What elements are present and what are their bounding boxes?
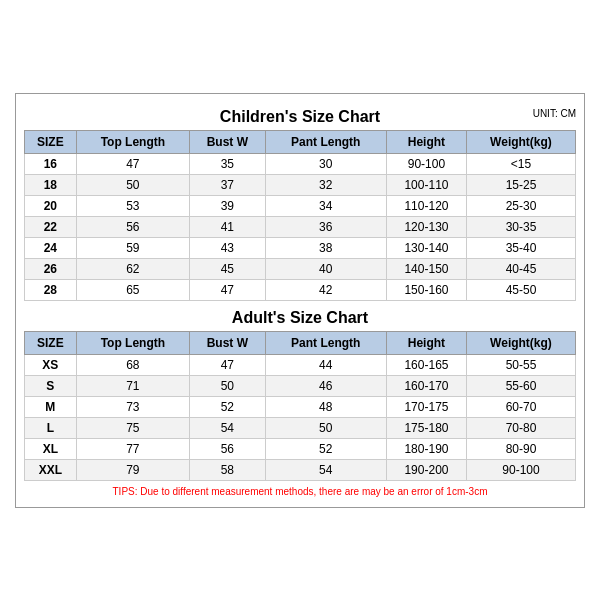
table-cell: S [25, 375, 77, 396]
children-header-cell: SIZE [25, 130, 77, 153]
table-cell: 50 [190, 375, 266, 396]
table-row: S715046160-17055-60 [25, 375, 576, 396]
table-cell: 43 [190, 237, 266, 258]
table-cell: L [25, 417, 77, 438]
table-cell: 170-175 [386, 396, 466, 417]
children-section-title: Children's Size Chart UNIT: CM [24, 102, 576, 130]
table-cell: 28 [25, 279, 77, 300]
adult-header-cell: Weight(kg) [466, 331, 575, 354]
table-cell: XS [25, 354, 77, 375]
table-cell: 80-90 [466, 438, 575, 459]
table-cell: 175-180 [386, 417, 466, 438]
table-row: 28654742150-16045-50 [25, 279, 576, 300]
table-cell: 46 [265, 375, 386, 396]
table-cell: 56 [190, 438, 266, 459]
adult-title-text: Adult's Size Chart [232, 309, 368, 326]
table-cell: 160-170 [386, 375, 466, 396]
table-cell: 55-60 [466, 375, 575, 396]
table-cell: 75 [76, 417, 189, 438]
table-cell: 32 [265, 174, 386, 195]
table-cell: 25-30 [466, 195, 575, 216]
table-cell: 60-70 [466, 396, 575, 417]
table-cell: 47 [76, 153, 189, 174]
table-row: XL775652180-19080-90 [25, 438, 576, 459]
table-row: 24594338130-14035-40 [25, 237, 576, 258]
adult-size-table: SIZETop LengthBust WPant LengthHeightWei… [24, 331, 576, 481]
table-cell: 41 [190, 216, 266, 237]
table-cell: 48 [265, 396, 386, 417]
table-cell: 62 [76, 258, 189, 279]
table-cell: 26 [25, 258, 77, 279]
table-cell: 18 [25, 174, 77, 195]
adult-header-cell: Height [386, 331, 466, 354]
table-cell: 90-100 [386, 153, 466, 174]
table-cell: 110-120 [386, 195, 466, 216]
table-cell: M [25, 396, 77, 417]
table-cell: 50 [76, 174, 189, 195]
table-cell: 50-55 [466, 354, 575, 375]
table-cell: 45-50 [466, 279, 575, 300]
table-row: 20533934110-12025-30 [25, 195, 576, 216]
adult-section-title: Adult's Size Chart [24, 301, 576, 331]
unit-label: UNIT: CM [533, 108, 576, 119]
table-row: 26624540140-15040-45 [25, 258, 576, 279]
table-cell: 140-150 [386, 258, 466, 279]
table-row: 22564136120-13030-35 [25, 216, 576, 237]
table-cell: 45 [190, 258, 266, 279]
table-cell: 47 [190, 354, 266, 375]
table-cell: 35-40 [466, 237, 575, 258]
children-title-text: Children's Size Chart [220, 108, 380, 125]
table-row: 18503732100-11015-25 [25, 174, 576, 195]
adult-header-cell: SIZE [25, 331, 77, 354]
adult-table-header: SIZETop LengthBust WPant LengthHeightWei… [25, 331, 576, 354]
table-cell: 52 [265, 438, 386, 459]
table-cell: 180-190 [386, 438, 466, 459]
table-cell: XXL [25, 459, 77, 480]
table-cell: XL [25, 438, 77, 459]
tips-text: TIPS: Due to different measurement metho… [24, 481, 576, 499]
children-header-cell: Pant Length [265, 130, 386, 153]
table-cell: 58 [190, 459, 266, 480]
table-cell: 34 [265, 195, 386, 216]
table-cell: 37 [190, 174, 266, 195]
table-cell: 15-25 [466, 174, 575, 195]
table-cell: 79 [76, 459, 189, 480]
table-cell: <15 [466, 153, 575, 174]
table-cell: 71 [76, 375, 189, 396]
table-cell: 53 [76, 195, 189, 216]
table-cell: 73 [76, 396, 189, 417]
table-cell: 22 [25, 216, 77, 237]
children-header-cell: Top Length [76, 130, 189, 153]
table-cell: 130-140 [386, 237, 466, 258]
table-cell: 24 [25, 237, 77, 258]
table-cell: 100-110 [386, 174, 466, 195]
table-cell: 120-130 [386, 216, 466, 237]
table-cell: 70-80 [466, 417, 575, 438]
table-cell: 160-165 [386, 354, 466, 375]
table-cell: 40-45 [466, 258, 575, 279]
table-cell: 39 [190, 195, 266, 216]
size-chart-container: Children's Size Chart UNIT: CM SIZETop L… [15, 93, 585, 508]
table-row: XS684744160-16550-55 [25, 354, 576, 375]
table-row: 1647353090-100<15 [25, 153, 576, 174]
table-cell: 52 [190, 396, 266, 417]
table-cell: 150-160 [386, 279, 466, 300]
children-header-cell: Weight(kg) [466, 130, 575, 153]
table-cell: 54 [190, 417, 266, 438]
table-cell: 42 [265, 279, 386, 300]
adult-header-cell: Bust W [190, 331, 266, 354]
table-cell: 30-35 [466, 216, 575, 237]
table-cell: 20 [25, 195, 77, 216]
adult-header-cell: Top Length [76, 331, 189, 354]
table-cell: 47 [190, 279, 266, 300]
table-cell: 16 [25, 153, 77, 174]
children-header-cell: Height [386, 130, 466, 153]
table-cell: 68 [76, 354, 189, 375]
table-cell: 90-100 [466, 459, 575, 480]
children-table-header: SIZETop LengthBust WPant LengthHeightWei… [25, 130, 576, 153]
table-cell: 56 [76, 216, 189, 237]
adult-header-cell: Pant Length [265, 331, 386, 354]
table-cell: 59 [76, 237, 189, 258]
table-cell: 50 [265, 417, 386, 438]
table-cell: 40 [265, 258, 386, 279]
